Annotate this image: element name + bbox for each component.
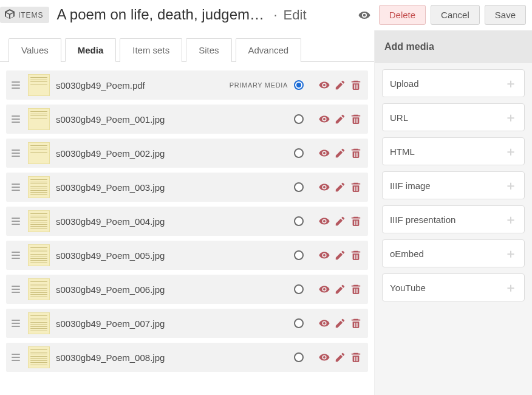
add-media-option-youtube[interactable]: YouTube＋ (382, 273, 525, 301)
view-icon[interactable] (318, 283, 330, 295)
media-thumbnail[interactable] (28, 210, 50, 232)
edit-icon[interactable] (334, 113, 346, 125)
delete-icon[interactable] (350, 147, 362, 159)
add-media-options: Upload＋URL＋HTML＋IIIF image＋IIIF presenta… (375, 63, 532, 314)
primary-media-radio[interactable] (294, 182, 304, 192)
drag-handle-icon[interactable] (10, 317, 22, 329)
delete-icon[interactable] (350, 215, 362, 227)
media-row: s0030gb49_Poem_005.jpg (6, 241, 368, 270)
edit-icon[interactable] (334, 249, 346, 261)
view-icon[interactable] (318, 147, 330, 159)
add-media-option-upload[interactable]: Upload＋ (382, 69, 525, 97)
plus-icon: ＋ (505, 247, 517, 259)
view-icon[interactable] (318, 113, 330, 125)
drag-handle-icon[interactable] (10, 351, 22, 363)
delete-icon[interactable] (350, 283, 362, 295)
add-media-option-label: IIIF presentation (390, 215, 455, 225)
view-icon[interactable] (318, 181, 330, 193)
media-filename[interactable]: s0030gb49_Poem_006.jpg (56, 284, 288, 295)
tab-sites[interactable]: Sites (186, 38, 231, 62)
media-thumbnail[interactable] (28, 108, 50, 130)
edit-icon[interactable] (334, 147, 346, 159)
plus-icon: ＋ (505, 179, 517, 191)
delete-icon[interactable] (350, 79, 362, 91)
delete-icon[interactable] (350, 317, 362, 329)
edit-icon[interactable] (334, 215, 346, 227)
media-row-actions (318, 79, 362, 91)
add-media-option-iiif-presentation[interactable]: IIIF presentation＋ (382, 205, 525, 233)
media-thumbnail[interactable] (28, 278, 50, 300)
tab-values[interactable]: Values (9, 38, 61, 62)
plus-icon: ＋ (505, 145, 517, 157)
view-icon[interactable] (318, 317, 330, 329)
media-row-actions (318, 147, 362, 159)
save-button[interactable]: Save (485, 5, 526, 25)
media-thumbnail[interactable] (28, 142, 50, 164)
media-filename[interactable]: s0030gb49_Poem.pdf (56, 80, 223, 91)
drag-handle-icon[interactable] (10, 181, 22, 193)
media-row: s0030gb49_Poem_003.jpg (6, 173, 368, 202)
view-icon[interactable] (318, 351, 330, 363)
sidebar: Add media Upload＋URL＋HTML＋IIIF image＋III… (374, 30, 532, 395)
drag-handle-icon[interactable] (10, 249, 22, 261)
edit-icon[interactable] (334, 283, 346, 295)
primary-media-radio[interactable] (294, 114, 304, 124)
add-media-option-label: YouTube (390, 283, 426, 293)
drag-handle-icon[interactable] (10, 113, 22, 125)
media-filename[interactable]: s0030gb49_Poem_008.jpg (56, 352, 288, 363)
cancel-button[interactable]: Cancel (431, 5, 480, 25)
breadcrumb-items[interactable]: ITEMS (0, 7, 49, 23)
view-icon[interactable] (318, 79, 330, 91)
add-media-option-url[interactable]: URL＋ (382, 103, 525, 131)
media-row: s0030gb49_Poem_008.jpg (6, 343, 368, 372)
edit-icon[interactable] (334, 79, 346, 91)
add-media-option-html[interactable]: HTML＋ (382, 137, 525, 165)
media-thumbnail[interactable] (28, 244, 50, 266)
drag-handle-icon[interactable] (10, 79, 22, 91)
delete-icon[interactable] (350, 181, 362, 193)
edit-icon[interactable] (334, 317, 346, 329)
media-filename[interactable]: s0030gb49_Poem_005.jpg (56, 250, 288, 261)
media-thumbnail[interactable] (28, 312, 50, 334)
media-filename[interactable]: s0030gb49_Poem_002.jpg (56, 148, 288, 159)
delete-icon[interactable] (350, 249, 362, 261)
primary-media-radio[interactable] (294, 318, 304, 328)
tab-media[interactable]: Media (65, 38, 117, 62)
edit-icon[interactable] (334, 181, 346, 193)
media-row-actions (318, 113, 362, 125)
edit-icon[interactable] (334, 351, 346, 363)
media-filename[interactable]: s0030gb49_Poem_003.jpg (56, 182, 288, 193)
drag-handle-icon[interactable] (10, 215, 22, 227)
primary-media-radio[interactable] (294, 80, 304, 90)
view-icon[interactable] (318, 249, 330, 261)
media-thumbnail[interactable] (28, 346, 50, 368)
add-media-option-label: oEmbed (390, 249, 424, 259)
delete-icon[interactable] (350, 351, 362, 363)
add-media-option-iiif-image[interactable]: IIIF image＋ (382, 171, 525, 199)
drag-handle-icon[interactable] (10, 283, 22, 295)
delete-button[interactable]: Delete (379, 5, 426, 25)
media-row-actions (318, 317, 362, 329)
media-filename[interactable]: s0030gb49_Poem_004.jpg (56, 216, 288, 227)
view-public-icon[interactable] (355, 9, 374, 21)
primary-media-radio[interactable] (294, 284, 304, 294)
drag-handle-icon[interactable] (10, 147, 22, 159)
add-media-option-oembed[interactable]: oEmbed＋ (382, 239, 525, 267)
primary-media-radio[interactable] (294, 148, 304, 158)
tabs: ValuesMediaItem setsSitesAdvanced (0, 30, 374, 62)
media-filename[interactable]: s0030gb49_Poem_007.jpg (56, 318, 288, 329)
page-mode: Edit (284, 7, 351, 23)
primary-media-radio[interactable] (294, 216, 304, 226)
view-icon[interactable] (318, 215, 330, 227)
media-thumbnail[interactable] (28, 74, 50, 96)
media-list: s0030gb49_Poem.pdfPRIMARY MEDIAs0030gb49… (0, 62, 374, 383)
sidebar-heading: Add media (375, 30, 532, 63)
primary-media-radio[interactable] (294, 352, 304, 362)
tab-advanced[interactable]: Advanced (236, 38, 302, 62)
plus-icon: ＋ (505, 213, 517, 225)
primary-media-radio[interactable] (294, 250, 304, 260)
media-filename[interactable]: s0030gb49_Poem_001.jpg (56, 114, 288, 125)
media-thumbnail[interactable] (28, 176, 50, 198)
delete-icon[interactable] (350, 113, 362, 125)
tab-item-sets[interactable]: Item sets (120, 38, 182, 62)
